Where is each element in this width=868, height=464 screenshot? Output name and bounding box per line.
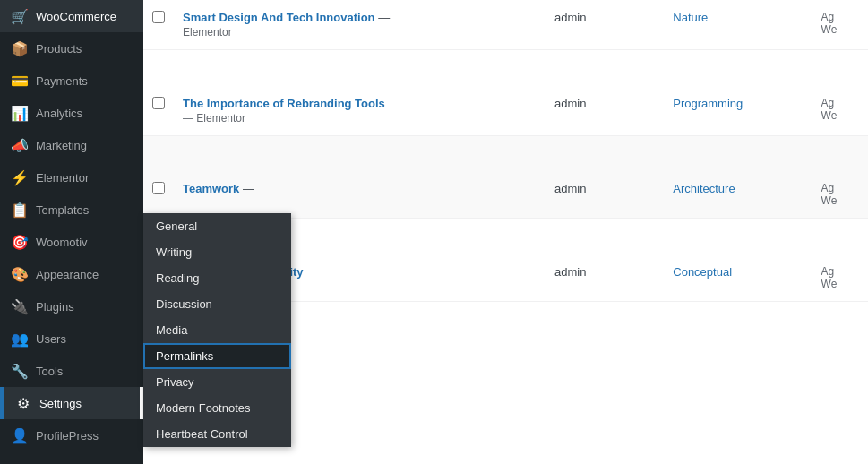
post-separator: — bbox=[243, 182, 254, 195]
post-separator: — bbox=[378, 11, 390, 24]
sidebar-item-label: Settings bbox=[39, 397, 82, 410]
spacer-row bbox=[143, 50, 868, 86]
sidebar-item-woomotiv[interactable]: 🎯 Woomotiv bbox=[0, 226, 143, 258]
post-author-cell: admin bbox=[546, 86, 664, 136]
settings-submenu: General Writing Reading Discussion Media… bbox=[143, 213, 291, 447]
sidebar-item-elementor[interactable]: ⚡ Elementor bbox=[0, 161, 143, 193]
post-date2: We bbox=[821, 109, 859, 122]
payments-icon: 💳 bbox=[11, 72, 29, 90]
post-title-cell: Teamwork — bbox=[174, 171, 546, 219]
post-author: admin bbox=[554, 11, 586, 24]
post-date2: We bbox=[821, 278, 859, 290]
post-date: Ag bbox=[821, 182, 859, 194]
post-date-cell: Ag We bbox=[812, 0, 868, 50]
submenu-item-privacy[interactable]: Privacy bbox=[143, 369, 291, 395]
sidebar-item-label: Analytics bbox=[36, 107, 82, 120]
appearance-icon: 🎨 bbox=[11, 265, 29, 283]
sidebar-item-payments[interactable]: 💳 Payments bbox=[0, 64, 143, 97]
post-author-cell: admin bbox=[546, 0, 664, 50]
templates-icon: 📋 bbox=[11, 201, 29, 219]
tools-icon: 🔧 bbox=[11, 362, 29, 380]
sidebar-item-templates[interactable]: 📋 Templates bbox=[0, 193, 143, 226]
post-title-cell: Smart Design And Tech Innovation — Eleme… bbox=[174, 0, 546, 50]
profilepress-icon: 👤 bbox=[11, 426, 29, 444]
post-title-link[interactable]: Teamwork bbox=[183, 182, 239, 195]
sidebar-item-label: Products bbox=[36, 42, 82, 56]
users-icon: 👥 bbox=[11, 330, 29, 348]
row-checkbox[interactable] bbox=[152, 182, 165, 194]
row-checkbox[interactable] bbox=[152, 97, 165, 109]
row-checkbox-cell bbox=[143, 0, 174, 50]
sidebar-item-label: Marketing bbox=[36, 139, 87, 152]
analytics-icon: 📊 bbox=[11, 104, 29, 122]
submenu-item-permalinks[interactable]: Permalinks bbox=[143, 343, 291, 369]
sidebar-item-label: Payments bbox=[36, 74, 88, 88]
post-author-cell: admin bbox=[546, 254, 664, 302]
sidebar-item-label: Users bbox=[36, 332, 66, 346]
sidebar-item-woocommerce[interactable]: 🛒 WooCommerce bbox=[0, 0, 143, 32]
table-row: Teamwork — admin Architecture Ag We bbox=[143, 171, 868, 219]
sidebar-item-label: Plugins bbox=[36, 300, 74, 314]
sidebar-item-marketing[interactable]: 📣 Marketing bbox=[0, 129, 143, 161]
submenu-item-discussion[interactable]: Discussion bbox=[143, 291, 291, 317]
row-checkbox[interactable] bbox=[152, 11, 165, 23]
row-checkbox-cell bbox=[143, 86, 174, 136]
post-date: Ag bbox=[821, 265, 859, 278]
sidebar-item-label: Woomotiv bbox=[36, 236, 88, 249]
marketing-icon: 📣 bbox=[11, 136, 29, 154]
sidebar-item-label: Templates bbox=[36, 203, 89, 217]
post-author: admin bbox=[554, 265, 586, 279]
post-title-link[interactable]: The Importance of Rebranding Tools bbox=[183, 97, 385, 110]
table-row: The Importance of Rebranding Tools — Ele… bbox=[143, 86, 868, 136]
settings-icon: ⚙ bbox=[14, 394, 32, 412]
sidebar-item-analytics[interactable]: 📊 Analytics bbox=[0, 97, 143, 129]
post-author: admin bbox=[554, 97, 586, 110]
table-row: Smart Design And Tech Innovation — Eleme… bbox=[143, 0, 868, 50]
post-category-cell: Conceptual bbox=[664, 254, 812, 302]
sidebar: 🛒 WooCommerce 📦 Products 💳 Payments 📊 An… bbox=[0, 0, 143, 464]
post-category-link[interactable]: Architecture bbox=[673, 182, 735, 195]
post-category-cell: Nature bbox=[664, 0, 812, 50]
sidebar-item-label: Appearance bbox=[36, 268, 99, 281]
post-category-cell: Architecture bbox=[664, 171, 812, 219]
woomotiv-icon: 🎯 bbox=[11, 233, 29, 251]
submenu-item-modern-footnotes[interactable]: Modern Footnotes bbox=[143, 395, 291, 421]
submenu-item-heartbeat-control[interactable]: Heartbeat Control bbox=[143, 421, 291, 447]
post-category-cell: Programming bbox=[664, 86, 812, 136]
sidebar-item-label: WooCommerce bbox=[36, 10, 116, 23]
post-author-cell: admin bbox=[546, 171, 664, 219]
submenu-item-reading[interactable]: Reading bbox=[143, 265, 291, 291]
submenu-item-general[interactable]: General bbox=[143, 213, 291, 239]
post-date: Ag bbox=[821, 11, 859, 23]
post-title-cell: The Importance of Rebranding Tools — Ele… bbox=[174, 86, 546, 136]
post-date-cell: Ag We bbox=[812, 254, 868, 302]
post-date2: We bbox=[821, 194, 859, 207]
post-category-link[interactable]: Conceptual bbox=[673, 265, 732, 279]
plugins-icon: 🔌 bbox=[11, 297, 29, 315]
sidebar-item-profilepress[interactable]: 👤 ProfilePress bbox=[0, 419, 143, 451]
post-category-link[interactable]: Programming bbox=[673, 97, 743, 110]
post-subtitle: — Elementor bbox=[183, 112, 537, 125]
sidebar-item-users[interactable]: 👥 Users bbox=[0, 322, 143, 355]
sidebar-item-products[interactable]: 📦 Products bbox=[0, 32, 143, 64]
submenu-item-writing[interactable]: Writing bbox=[143, 239, 291, 265]
sidebar-item-appearance[interactable]: 🎨 Appearance bbox=[0, 258, 143, 290]
sidebar-item-label: ProfilePress bbox=[36, 429, 99, 443]
post-author: admin bbox=[554, 182, 586, 195]
sidebar-item-label: Elementor bbox=[36, 171, 89, 185]
sidebar-item-tools[interactable]: 🔧 Tools bbox=[0, 355, 143, 387]
products-icon: 📦 bbox=[11, 39, 29, 57]
woocommerce-icon: 🛒 bbox=[11, 7, 29, 25]
spacer-row bbox=[143, 135, 868, 171]
sidebar-item-plugins[interactable]: 🔌 Plugins bbox=[0, 290, 143, 322]
post-date: Ag bbox=[821, 97, 859, 109]
post-date-cell: Ag We bbox=[812, 171, 868, 219]
post-category-link[interactable]: Nature bbox=[673, 11, 708, 24]
post-subtitle: Elementor bbox=[183, 26, 537, 39]
elementor-icon: ⚡ bbox=[11, 168, 29, 186]
post-title-link[interactable]: Smart Design And Tech Innovation bbox=[183, 11, 375, 24]
submenu-item-media[interactable]: Media bbox=[143, 317, 291, 343]
post-date-cell: Ag We bbox=[812, 86, 868, 136]
sidebar-item-label: Tools bbox=[36, 365, 63, 378]
sidebar-item-settings[interactable]: ⚙ Settings bbox=[0, 387, 143, 419]
